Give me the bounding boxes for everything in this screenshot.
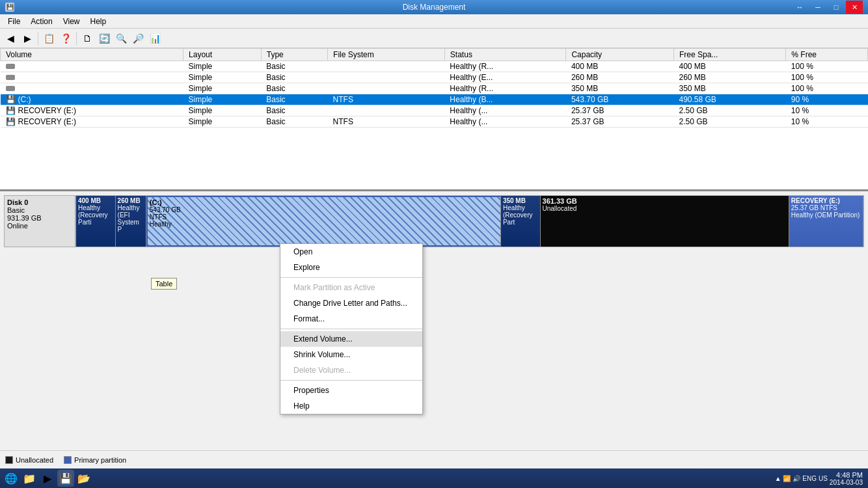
disk-partition[interactable]: RECOVERY (E:)25.37 GB NTFSHealthy (OEM P… xyxy=(789,196,863,247)
taskbar-chrome[interactable]: 🌐 xyxy=(3,470,20,487)
sys-time: 4:48 PM xyxy=(836,471,863,479)
table-row[interactable]: SimpleBasicHealthy (R...400 MB400 MB100 … xyxy=(1,61,868,72)
context-menu-item-help[interactable]: Help xyxy=(280,398,422,414)
col-volume[interactable]: Volume xyxy=(1,49,183,61)
taskbar: 🌐 📁 ▶ 💾 📂 ▲ 📶 🔊 ENG US 4:48 PM 2014-03-0… xyxy=(0,468,868,488)
disk-row-0: Disk 0 Basic 931.39 GB Online 400 MBHeal… xyxy=(4,195,864,247)
context-menu-item-explore[interactable]: Explore xyxy=(280,260,422,275)
toolbar-forward[interactable]: ▶ xyxy=(20,31,35,46)
context-menu-separator xyxy=(280,277,422,278)
context-menu-item-change-drive-letter-and-paths...[interactable]: Change Drive Letter and Paths... xyxy=(280,295,422,311)
disk-label: Disk 0 Basic 931.39 GB Online xyxy=(4,195,75,247)
legend-label-primary: Primary partition xyxy=(74,456,126,464)
maximize-button[interactable]: □ xyxy=(828,1,845,14)
title-controls: ↔ ─ □ ✕ xyxy=(791,1,863,14)
close-button[interactable]: ✕ xyxy=(846,1,863,14)
title-bar-left: 💾 xyxy=(5,3,14,12)
sys-time-block: 4:48 PM 2014-03-03 xyxy=(830,471,863,486)
col-status[interactable]: Status xyxy=(444,49,566,61)
volume-table: Volume Layout Type File System Status Ca… xyxy=(0,48,868,128)
toolbar-refresh[interactable]: 🔄 xyxy=(96,31,112,46)
context-menu: OpenExploreMark Partition as ActiveChang… xyxy=(280,243,423,414)
disk-size: 931.39 GB xyxy=(7,214,72,222)
toolbar-properties[interactable]: 📋 xyxy=(41,31,57,46)
sys-date: 2014-03-03 xyxy=(830,479,863,486)
table-row[interactable]: 💾RECOVERY (E:)SimpleBasicHealthy (...25.… xyxy=(1,105,868,116)
context-menu-separator xyxy=(280,329,422,329)
minimize-button[interactable]: ─ xyxy=(809,1,826,14)
menu-file[interactable]: File xyxy=(3,16,25,27)
disk-partition[interactable]: 361.33 GBUnallocated xyxy=(541,196,789,247)
toolbar-back[interactable]: ◀ xyxy=(3,31,18,46)
main-area: Volume Layout Type File System Status Ca… xyxy=(0,48,868,468)
col-capacity[interactable]: Capacity xyxy=(566,49,674,61)
col-layout[interactable]: Layout xyxy=(183,49,262,61)
sys-lang: ENG xyxy=(802,475,817,482)
sys-tray-icons: ▲ 📶 🔊 xyxy=(775,475,800,482)
context-menu-separator xyxy=(280,380,422,381)
col-fs[interactable]: File System xyxy=(328,49,445,61)
legend-box-black xyxy=(5,456,13,464)
disk-partition[interactable]: (C:)543.70 GBNTFSHealthy xyxy=(146,196,501,247)
legend-unallocated: Unallocated xyxy=(5,456,53,464)
disk-name: Disk 0 xyxy=(7,198,72,206)
menu-action[interactable]: Action xyxy=(25,16,57,27)
title-text: Disk Management xyxy=(0,3,868,12)
menu-bar: File Action View Help xyxy=(0,14,868,29)
disk-partition[interactable]: 400 MBHealthy (Recovery Parti xyxy=(76,196,116,247)
disk-partitions: 400 MBHealthy (Recovery Parti260 MBHealt… xyxy=(75,195,864,247)
disk-partition[interactable]: 350 MBHealthy (Recovery Part xyxy=(501,196,541,247)
table-row[interactable]: SimpleBasicHealthy (E...260 MB260 MB100 … xyxy=(1,72,868,83)
legend-box-blue xyxy=(64,456,72,464)
menu-help[interactable]: Help xyxy=(85,16,112,27)
toolbar-chart[interactable]: 📊 xyxy=(147,31,163,46)
app-icon: 💾 xyxy=(5,3,14,12)
volume-list[interactable]: Volume Layout Type File System Status Ca… xyxy=(0,48,868,191)
col-free[interactable]: Free Spa... xyxy=(673,49,785,61)
table-row[interactable]: 💾(C:)SimpleBasicNTFSHealthy (B...543.70 … xyxy=(1,94,868,105)
toolbar: ◀ ▶ 📋 ❓ 🗋 🔄 🔍 🔎 📊 xyxy=(0,29,868,48)
disk-type: Basic xyxy=(7,206,72,214)
toolbar-sep-2 xyxy=(76,32,77,45)
toolbar-sep-1 xyxy=(38,32,38,45)
sys-locale: US xyxy=(819,475,828,482)
title-bar: 💾 Disk Management ↔ ─ □ ✕ xyxy=(0,0,868,14)
legend-bar: Unallocated Primary partition xyxy=(0,450,868,468)
taskbar-left: 🌐 📁 ▶ 💾 📂 xyxy=(3,470,92,487)
disk-area: Disk 0 Basic 931.39 GB Online 400 MBHeal… xyxy=(0,191,868,468)
disk-status: Online xyxy=(7,222,72,230)
taskbar-disk[interactable]: 💾 xyxy=(57,470,74,487)
taskbar-files[interactable]: 📁 xyxy=(21,470,38,487)
disk-partition[interactable]: 260 MBHealthy (EFI System P xyxy=(116,196,146,247)
table-row[interactable]: SimpleBasicHealthy (R...350 MB350 MB100 … xyxy=(1,83,868,94)
toolbar-new[interactable]: 🗋 xyxy=(79,31,95,46)
toolbar-find[interactable]: 🔍 xyxy=(113,31,129,46)
context-menu-item-shrink-volume...[interactable]: Shrink Volume... xyxy=(280,347,422,362)
context-menu-item-properties[interactable]: Properties xyxy=(280,383,422,398)
legend-primary: Primary partition xyxy=(64,456,126,464)
taskbar-folder[interactable]: 📂 xyxy=(75,470,92,487)
taskbar-right: ▲ 📶 🔊 ENG US 4:48 PM 2014-03-03 xyxy=(775,471,865,486)
taskbar-media[interactable]: ▶ xyxy=(39,470,56,487)
col-type[interactable]: Type xyxy=(261,49,327,61)
context-menu-item-mark-partition-as-active: Mark Partition as Active xyxy=(280,280,422,295)
context-menu-item-open[interactable]: Open xyxy=(280,244,422,260)
sys-tray: ▲ 📶 🔊 ENG US 4:48 PM 2014-03-03 xyxy=(775,471,863,486)
context-menu-item-delete-volume...: Delete Volume... xyxy=(280,362,422,378)
disk-area-container: Disk 0 Basic 931.39 GB Online 400 MBHeal… xyxy=(0,191,868,468)
table-row[interactable]: 💾RECOVERY (E:)SimpleBasicNTFSHealthy (..… xyxy=(1,116,868,128)
title-transfer-button[interactable]: ↔ xyxy=(791,1,808,14)
toolbar-zoom-in[interactable]: 🔎 xyxy=(130,31,146,46)
toolbar-help[interactable]: ❓ xyxy=(58,31,74,46)
col-pct[interactable]: % Free xyxy=(786,49,868,61)
legend-label-unallocated: Unallocated xyxy=(16,456,53,464)
context-menu-item-extend-volume...[interactable]: Extend Volume... xyxy=(280,331,422,347)
menu-view[interactable]: View xyxy=(58,16,85,27)
context-menu-item-format...[interactable]: Format... xyxy=(280,311,422,327)
